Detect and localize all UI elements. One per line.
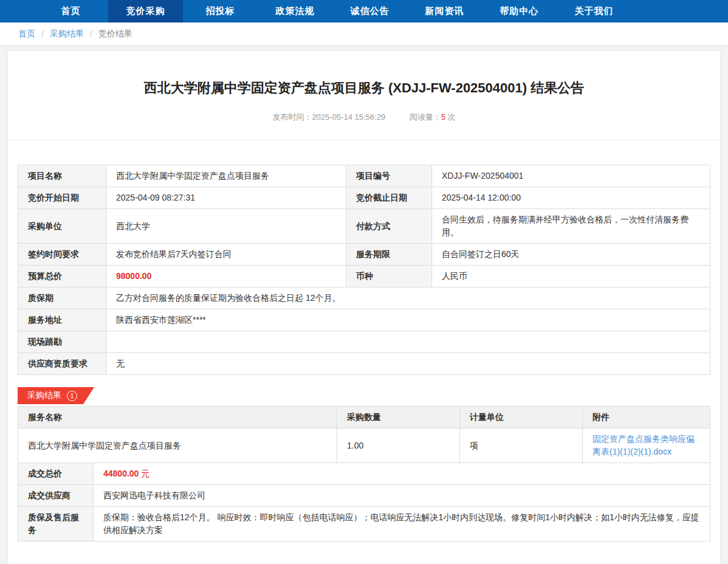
col-quantity: 采购数量: [337, 407, 460, 428]
table-row: 竞价开始日期 2025-04-09 08:27:31 竞价截止日期 2025-0…: [18, 187, 710, 209]
breadcrumb-current: 竞价结果: [98, 29, 132, 40]
deal-supplier-value: 西安网迅电子科技有限公司: [94, 485, 710, 507]
purchase-result-table: 服务名称 采购数量 计量单位 附件 西北大学附属中学固定资产盘点项目服务 1.0…: [18, 406, 710, 463]
breadcrumb: 首页 / 采购结果 / 竞价结果: [0, 22, 728, 46]
nav-item-tendering[interactable]: 招投标: [183, 0, 258, 22]
payment-label: 付款方式: [346, 209, 432, 244]
service-address-value: 陕西省西安市莲湖区****: [106, 309, 710, 331]
project-no-value: XDJJ-FW-202504001: [432, 165, 710, 187]
warranty-label: 质保期: [18, 287, 106, 309]
project-info-table: 项目名称 西北大学附属中学固定资产盘点项目服务 项目编号 XDJJ-FW-202…: [18, 165, 710, 375]
view-count-label: 阅读量：: [410, 112, 441, 122]
sign-time-label: 签约时间要求: [18, 244, 106, 266]
aftersale-label: 质保及售后服务: [18, 507, 94, 542]
table-row: 服务地址 陕西省西安市莲湖区****: [18, 309, 710, 331]
service-period-label: 服务期限: [346, 244, 432, 266]
deal-summary-table: 成交总价 44800.00 元 成交供应商 西安网迅电子科技有限公司 质保及售后…: [18, 463, 710, 542]
nav-item-home[interactable]: 首页: [33, 0, 108, 22]
bid-end-value: 2025-04-14 12:00:00: [432, 187, 710, 209]
service-period-value: 自合同签订之日60天: [432, 244, 710, 266]
aftersale-value: 质保期：验收合格后12个月。 响应时效：即时响应（包括电话响应）；电话响应无法解…: [94, 507, 710, 542]
publish-meta: 发布时间：2025-05-14 15:56:29 阅读量：5 次: [18, 112, 710, 123]
buyer-label: 采购单位: [18, 209, 106, 244]
bid-start-value: 2025-04-09 08:27:31: [106, 187, 346, 209]
table-row: 成交总价 44800.00 元: [18, 463, 710, 485]
breadcrumb-separator: /: [90, 29, 92, 39]
qualification-label: 供应商资质要求: [18, 353, 106, 375]
breadcrumb-purchase-results[interactable]: 采购结果: [50, 29, 84, 40]
unit-value: 项: [460, 428, 583, 463]
publish-time: 发布时间：2025-05-14 15:56:29: [272, 112, 385, 122]
view-count-unit: 次: [448, 112, 456, 122]
table-row: 西北大学附属中学固定资产盘点项目服务 1.00 项 固定资产盘点服务类响应偏离表…: [18, 428, 710, 463]
deal-total-amount: 44800.00: [103, 469, 139, 478]
site-visit-label: 现场踏勘: [18, 331, 106, 353]
nav-item-policies[interactable]: 政策法规: [258, 0, 332, 22]
view-count: 阅读量：5 次: [410, 112, 456, 122]
table-row: 质保期 乙方对合同服务的质量保证期为验收合格后之日起 12个月。: [18, 287, 710, 309]
nav-item-news[interactable]: 新闻资讯: [407, 0, 482, 22]
buyer-value: 西北大学: [106, 209, 346, 244]
bid-end-label: 竞价截止日期: [346, 187, 432, 209]
table-row: 现场踏勘: [18, 331, 710, 353]
nav-item-help-center[interactable]: 帮助中心: [482, 0, 557, 22]
table-row: 项目名称 西北大学附属中学固定资产盘点项目服务 项目编号 XDJJ-FW-202…: [18, 165, 710, 187]
purchase-result-ribbon: 采购结果 1: [18, 387, 94, 404]
project-name-label: 项目名称: [18, 165, 106, 187]
nav-item-integrity-notice[interactable]: 诚信公告: [332, 0, 407, 22]
table-header-row: 服务名称 采购数量 计量单位 附件: [18, 407, 710, 428]
view-count-value: 5: [441, 112, 445, 122]
col-attachment: 附件: [583, 407, 710, 428]
budget-label: 预算总价: [18, 266, 106, 287]
warranty-value: 乙方对合同服务的质量保证期为验收合格后之日起 12个月。: [106, 287, 710, 309]
budget-value: 98000.00: [106, 266, 346, 287]
dashed-divider: [8, 140, 720, 140]
quantity-value: 1.00: [337, 428, 460, 463]
payment-value: 合同生效后，待服务期满并经甲方验收合格后，一次性付清服务费用。: [432, 209, 710, 244]
attachment-link[interactable]: 固定资产盘点服务类响应偏离表(1)(1)(2)(1).docx: [592, 434, 695, 456]
table-row: 预算总价 98000.00 币种 人民币: [18, 266, 710, 287]
deal-supplier-label: 成交供应商: [18, 485, 94, 507]
col-unit: 计量单位: [460, 407, 583, 428]
publish-time-label: 发布时间：: [272, 112, 312, 122]
top-nav: 首页 竞价采购 招投标 政策法规 诚信公告 新闻资讯 帮助中心 关于我们: [0, 0, 728, 22]
project-no-label: 项目编号: [346, 165, 432, 187]
site-visit-value: [106, 331, 710, 353]
table-row: 供应商资质要求 无: [18, 353, 710, 375]
deal-total-label: 成交总价: [18, 463, 94, 485]
project-name-value: 西北大学附属中学固定资产盘点项目服务: [106, 165, 346, 187]
col-service-name: 服务名称: [18, 407, 337, 428]
currency-value: 人民币: [432, 266, 710, 287]
table-row: 质保及售后服务 质保期：验收合格后12个月。 响应时效：即时响应（包括电话响应）…: [18, 507, 710, 542]
service-address-label: 服务地址: [18, 309, 106, 331]
sign-time-value: 发布竞价结果后7天内签订合同: [106, 244, 346, 266]
deal-total-value: 44800.00 元: [94, 463, 710, 485]
result-count-badge: 1: [67, 391, 77, 401]
nav-item-bidding-purchase[interactable]: 竞价采购: [108, 0, 183, 22]
table-row: 签约时间要求 发布竞价结果后7天内签订合同 服务期限 自合同签订之日60天: [18, 244, 710, 266]
breadcrumb-home[interactable]: 首页: [18, 29, 35, 40]
table-row: 成交供应商 西安网迅电子科技有限公司: [18, 485, 710, 507]
deal-total-unit: 元: [141, 469, 149, 478]
announcement-card: 西北大学附属中学固定资产盘点项目服务 (XDJJ-FW-202504001) 结…: [7, 50, 721, 564]
purchase-result-ribbon-label: 采购结果: [27, 390, 61, 401]
currency-label: 币种: [346, 266, 432, 287]
table-row: 采购单位 西北大学 付款方式 合同生效后，待服务期满并经甲方验收合格后，一次性付…: [18, 209, 710, 244]
service-name-value: 西北大学附属中学固定资产盘点项目服务: [18, 428, 337, 463]
publish-time-value: 2025-05-14 15:56:29: [312, 112, 385, 122]
page-title: 西北大学附属中学固定资产盘点项目服务 (XDJJ-FW-202504001) 结…: [18, 51, 710, 97]
qualification-value: 无: [106, 353, 710, 375]
breadcrumb-separator: /: [41, 29, 44, 39]
nav-item-about-us[interactable]: 关于我们: [557, 0, 631, 22]
bid-start-label: 竞价开始日期: [18, 187, 106, 209]
